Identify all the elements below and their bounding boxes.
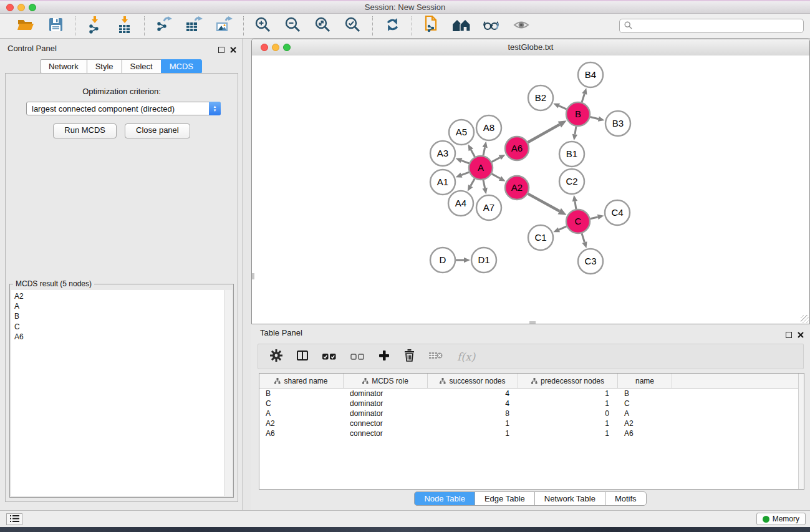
graph-edge-C-C1[interactable] <box>553 226 566 232</box>
graph-edge-C-C2[interactable] <box>572 195 577 210</box>
show-graphics-details-button[interactable] <box>511 16 531 36</box>
graph-edge-B-B3[interactable] <box>590 117 604 122</box>
memory-button[interactable]: Memory <box>756 513 806 525</box>
task-history-button[interactable] <box>6 513 22 525</box>
result-item-A6[interactable]: A6 <box>14 332 232 342</box>
table-cell[interactable]: 1 <box>518 389 618 398</box>
close-panel-button[interactable]: Close panel <box>125 123 190 138</box>
graph-edge-A-A5[interactable] <box>468 144 475 157</box>
bottom-scroll-thumb[interactable] <box>529 321 536 324</box>
graph-edge-A-A4[interactable] <box>468 178 475 191</box>
create-column-button[interactable] <box>378 350 390 364</box>
select-all-columns-button[interactable] <box>322 351 336 362</box>
network-graph[interactable]: B4B2BB3A8A5A6A3B1AC2A1A2A4A7C4CC1C3DD1 <box>252 56 809 324</box>
unselect-all-columns-button[interactable] <box>350 351 364 362</box>
table-cell[interactable]: 4 <box>428 389 518 398</box>
graph-node-C2[interactable]: C2 <box>559 169 584 194</box>
graph-edge-A6-B[interactable] <box>528 120 566 142</box>
table-cell[interactable]: 1 <box>518 399 618 408</box>
table-cell[interactable]: C <box>259 399 344 408</box>
column-header-shared-name[interactable]: shared name <box>259 374 344 388</box>
graph-edge-B-B4[interactable] <box>582 88 587 102</box>
tab-mcds[interactable]: MCDS <box>161 59 202 74</box>
network-close-button[interactable] <box>261 44 268 51</box>
column-header-successor-nodes[interactable]: successor nodes <box>428 374 518 388</box>
close-panel-icon[interactable] <box>230 44 236 56</box>
tab-style[interactable]: Style <box>87 59 122 74</box>
network-zoom-button[interactable] <box>283 44 291 51</box>
minimize-window-button[interactable] <box>17 4 25 11</box>
network-canvas[interactable]: B4B2BB3A8A5A6A3B1AC2A1A2A4A7C4CC1C3DD1 <box>252 56 809 324</box>
graph-edge-A-A8[interactable] <box>482 142 487 156</box>
table-cell[interactable]: A2 <box>259 419 344 428</box>
graph-node-C4[interactable]: C4 <box>605 200 630 225</box>
graph-node-A7[interactable]: A7 <box>476 195 501 220</box>
graph-node-C3[interactable]: C3 <box>578 249 603 274</box>
table-cell[interactable]: 1 <box>428 419 518 428</box>
zoom-fit-button[interactable] <box>313 16 333 36</box>
tab-select[interactable]: Select <box>122 59 162 74</box>
tab-node-table[interactable]: Node Table <box>414 491 475 506</box>
run-mcds-button[interactable]: Run MCDS <box>53 123 117 138</box>
table-cell[interactable]: 0 <box>518 409 618 418</box>
graph-node-A6[interactable]: A6 <box>505 137 529 160</box>
tab-motifs[interactable]: Motifs <box>605 491 647 506</box>
graph-edge-C-C4[interactable] <box>591 215 604 220</box>
result-item-C[interactable]: C <box>14 322 232 332</box>
table-cell[interactable]: B <box>618 389 672 398</box>
table-settings-button[interactable] <box>270 349 282 364</box>
resize-grip[interactable] <box>801 315 809 323</box>
search-input[interactable] <box>635 21 803 31</box>
graph-node-A1[interactable]: A1 <box>430 170 455 195</box>
graph-edge-D-D1[interactable] <box>456 258 470 263</box>
graph-edge-A-A6[interactable] <box>492 155 506 162</box>
table-scrollbar[interactable] <box>798 374 804 489</box>
float-panel-icon[interactable] <box>218 47 224 53</box>
table-close-panel-icon[interactable] <box>798 329 804 341</box>
delete-column-button[interactable] <box>404 349 415 364</box>
table-cell[interactable]: C <box>618 399 672 408</box>
network-minimize-button[interactable] <box>272 44 279 51</box>
graph-node-C[interactable]: C <box>566 210 590 233</box>
table-row-A[interactable]: Adominator80A <box>259 409 804 418</box>
graph-node-C1[interactable]: C1 <box>528 225 553 250</box>
left-scroll-thumb[interactable] <box>252 273 254 279</box>
graph-edge-B-B1[interactable] <box>572 127 577 141</box>
search-field[interactable] <box>619 19 804 33</box>
apply-layout-button[interactable] <box>382 16 402 36</box>
delete-table-button[interactable] <box>429 351 443 362</box>
graph-node-B1[interactable]: B1 <box>559 142 584 167</box>
table-cell[interactable]: 4 <box>428 399 518 408</box>
graph-edge-B-B2[interactable] <box>553 104 566 109</box>
graph-node-A[interactable]: A <box>469 156 493 180</box>
graph-node-B3[interactable]: B3 <box>605 111 630 136</box>
table-float-panel-icon[interactable] <box>786 332 792 338</box>
graph-edge-A-A3[interactable] <box>456 158 470 163</box>
table-cell[interactable]: B <box>259 389 344 398</box>
zoom-in-button[interactable] <box>253 16 273 36</box>
table-row-C[interactable]: Cdominator41C <box>259 399 804 409</box>
column-header-predecessor-nodes[interactable]: predecessor nodes <box>518 374 618 388</box>
graph-node-A5[interactable]: A5 <box>449 120 474 145</box>
save-session-button[interactable] <box>46 16 65 36</box>
table-cell[interactable]: 1 <box>518 429 618 438</box>
criterion-dropdown[interactable]: largest connected component (directed) ▲… <box>26 102 221 115</box>
result-item-A2[interactable]: A2 <box>14 291 232 301</box>
result-item-B[interactable]: B <box>14 311 232 321</box>
graph-edge-A-A7[interactable] <box>482 180 487 195</box>
home-button[interactable] <box>451 16 471 36</box>
column-header-name[interactable]: name <box>618 374 672 388</box>
zoom-window-button[interactable] <box>29 4 36 11</box>
table-cell[interactable]: dominator <box>344 399 428 408</box>
show-column-button[interactable] <box>297 351 308 363</box>
export-image-button[interactable] <box>214 16 234 36</box>
zoom-out-button[interactable] <box>283 16 303 36</box>
function-builder-button[interactable]: f(x) <box>457 351 475 363</box>
graph-node-B[interactable]: B <box>566 102 590 126</box>
table-cell[interactable]: A2 <box>618 419 672 428</box>
graph-node-A2[interactable]: A2 <box>505 176 529 200</box>
graph-node-B2[interactable]: B2 <box>528 85 553 110</box>
clone-network-button[interactable] <box>422 16 441 36</box>
graph-node-D1[interactable]: D1 <box>471 248 496 273</box>
column-header-MCDS-role[interactable]: MCDS role <box>344 374 428 388</box>
